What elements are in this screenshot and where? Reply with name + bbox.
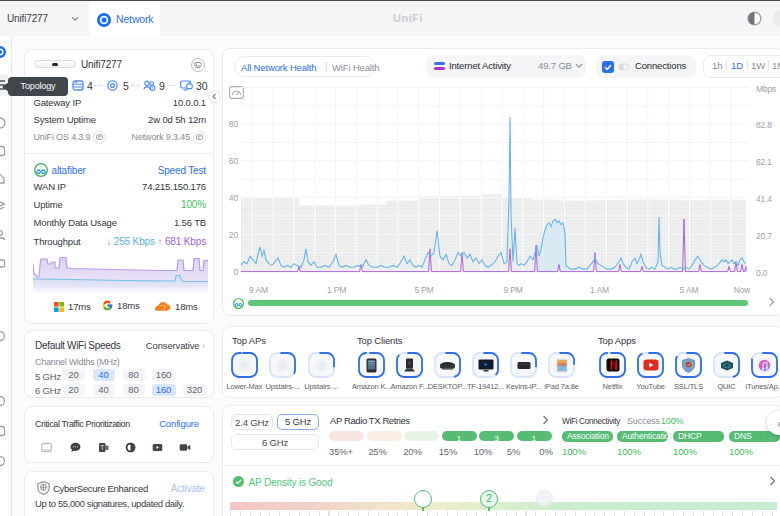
svg-text:62.1: 62.1 — [756, 157, 772, 167]
svg-text:0.0: 0.0 — [756, 268, 768, 278]
svg-text:Mbps: Mbps — [756, 84, 776, 94]
svg-text:60: 60 — [229, 156, 239, 166]
svg-text:5 AM: 5 AM — [680, 285, 699, 294]
svg-text:9 AM: 9 AM — [249, 285, 268, 294]
svg-text:Now: Now — [734, 285, 752, 294]
svg-text:5 PM: 5 PM — [414, 285, 433, 294]
svg-text:80: 80 — [229, 119, 239, 129]
svg-text:20: 20 — [229, 230, 239, 240]
svg-text:40: 40 — [229, 193, 239, 203]
svg-text:T: T — [100, 444, 104, 451]
svg-text:41.4: 41.4 — [756, 194, 772, 204]
svg-text:1 AM: 1 AM — [590, 285, 609, 294]
svg-text:9 PM: 9 PM — [503, 285, 522, 294]
svg-text:0: 0 — [233, 267, 238, 277]
svg-text:82.8: 82.8 — [756, 120, 772, 130]
svg-text:1 PM: 1 PM — [327, 285, 346, 294]
svg-text:20.7: 20.7 — [756, 231, 772, 241]
